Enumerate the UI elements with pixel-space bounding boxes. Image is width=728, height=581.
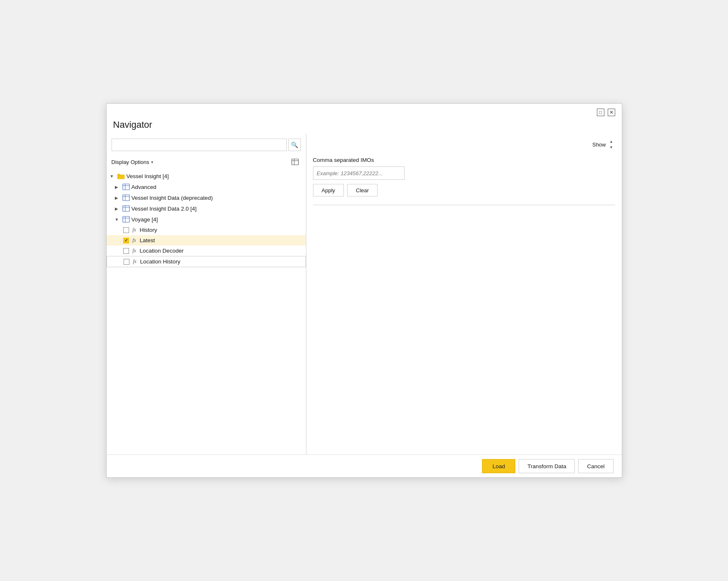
cancel-button[interactable]: Cancel [578, 459, 613, 473]
folder-icon [117, 174, 125, 179]
show-down-button[interactable]: ▼ [608, 144, 615, 150]
tree-item-vessel-insight-deprecated[interactable]: ▶ Vessel Insight Data (deprecated) [107, 192, 306, 203]
tree-item-voyage[interactable]: ▼ Voyage [4] [107, 214, 306, 225]
load-button[interactable]: Load [482, 459, 515, 473]
imo-label: Comma separated IMOs [313, 157, 615, 163]
expand-arrow-icon: ▶ [115, 206, 121, 211]
tree-item-label: History [140, 227, 157, 233]
tree-item-location-decoder[interactable]: fx Location Decoder [107, 246, 306, 256]
tree-item-history[interactable]: fx History [107, 225, 306, 235]
close-button[interactable]: ✕ [608, 109, 615, 116]
navigator-window: □ ✕ Navigator 🔍 Display Options ▾ [106, 103, 622, 478]
table-icon [122, 216, 130, 223]
table-icon [122, 194, 130, 201]
fx-icon: fx [131, 227, 138, 233]
title-bar: □ ✕ [107, 104, 622, 116]
search-button[interactable]: 🔍 [288, 139, 301, 151]
collapse-arrow-icon: ▼ [110, 174, 116, 179]
svg-rect-12 [123, 206, 129, 211]
history-checkbox[interactable] [123, 227, 129, 233]
minimize-button[interactable]: □ [597, 109, 604, 116]
window-controls: □ ✕ [597, 109, 615, 116]
show-chevrons: ▲ ▼ [608, 139, 615, 150]
tree-item-label: Location Decoder [140, 248, 184, 254]
table-icon [122, 184, 130, 190]
left-panel: 🔍 Display Options ▾ [107, 134, 306, 454]
tree-item-label: Latest [140, 237, 155, 243]
tree-item-advanced[interactable]: ▶ Advanced [107, 181, 306, 192]
chevron-down-icon: ▾ [151, 160, 153, 164]
imo-buttons: Apply Clear [313, 184, 615, 196]
tree-item-label: Advanced [132, 184, 157, 190]
show-up-button[interactable]: ▲ [608, 139, 615, 144]
expand-arrow-icon: ▶ [115, 185, 121, 189]
search-area: 🔍 [107, 137, 306, 154]
page-title: Navigator [107, 116, 622, 134]
clear-button[interactable]: Clear [347, 184, 378, 196]
tree-item-label: Vessel Insight Data 2.0 [4] [132, 206, 197, 212]
tree-container: ▼ Vessel Insight [4] ▶ [107, 171, 306, 451]
search-icon: 🔍 [291, 142, 298, 148]
location-decoder-checkbox[interactable] [123, 248, 129, 254]
location-history-checkbox[interactable] [124, 259, 129, 265]
svg-rect-6 [123, 184, 129, 190]
fx-icon: fx [131, 258, 139, 265]
tree-item-location-history[interactable]: fx Location History [107, 256, 306, 267]
display-options-label: Display Options [112, 159, 149, 165]
tree-item-label: Voyage [4] [132, 216, 158, 223]
bottom-bar: Load Transform Data Cancel [107, 454, 622, 477]
show-label: Show [592, 142, 606, 148]
display-options-button[interactable]: Display Options ▾ [112, 159, 153, 165]
svg-rect-0 [292, 159, 298, 165]
tree-item-latest[interactable]: ✓ fx Latest [107, 235, 306, 246]
tree-item-vessel-insight-data2[interactable]: ▶ Vessel Insight Data 2.0 [4] [107, 203, 306, 214]
tree-item-label: Vessel Insight Data (deprecated) [132, 195, 213, 201]
tree-item-label: Location History [140, 258, 181, 265]
section-divider [313, 205, 615, 205]
table-icon [291, 159, 299, 165]
show-row: Show ▲ ▼ [313, 137, 615, 154]
display-options-row: Display Options ▾ [107, 154, 306, 171]
table-options-button[interactable] [289, 156, 301, 168]
table-icon [122, 205, 130, 212]
fx-icon: fx [131, 237, 138, 243]
checkmark-icon: ✓ [124, 238, 128, 243]
svg-rect-5 [117, 174, 120, 175]
collapse-arrow-icon: ▼ [115, 217, 121, 222]
imo-section: Comma separated IMOs Apply Clear [313, 154, 615, 200]
imo-input[interactable] [313, 166, 405, 180]
expand-arrow-icon: ▶ [115, 196, 121, 200]
transform-data-button[interactable]: Transform Data [519, 459, 575, 473]
tree-item-label: Vessel Insight [4] [127, 173, 169, 179]
content-area: 🔍 Display Options ▾ [107, 134, 622, 454]
svg-rect-9 [123, 195, 129, 201]
fx-icon: fx [131, 248, 138, 254]
tree-item-vessel-insight[interactable]: ▼ Vessel Insight [4] [107, 171, 306, 181]
apply-button[interactable]: Apply [313, 184, 344, 196]
latest-checkbox[interactable]: ✓ [123, 238, 129, 243]
right-panel: Show ▲ ▼ Comma separated IMOs Apply Clea… [306, 134, 622, 454]
svg-rect-15 [123, 216, 129, 222]
search-input[interactable] [112, 139, 287, 151]
